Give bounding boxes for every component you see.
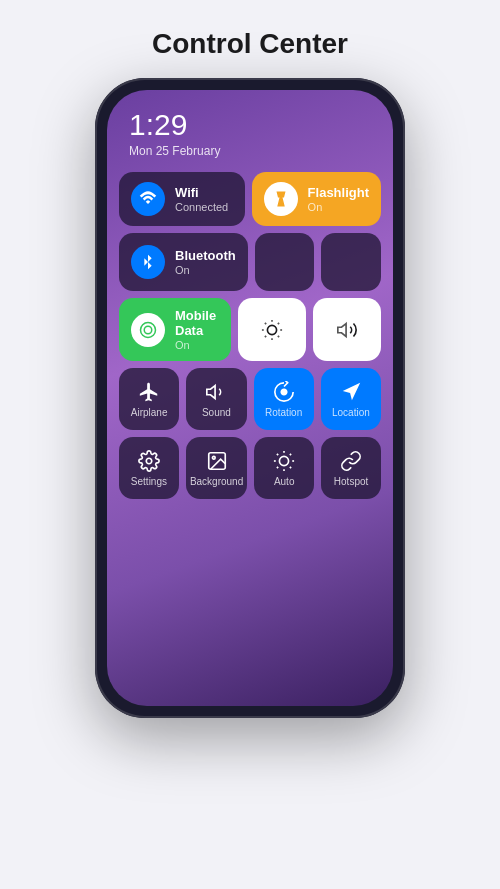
rotation-tile[interactable]: Rotation xyxy=(254,368,314,430)
svg-line-22 xyxy=(290,466,291,467)
volume-card[interactable] xyxy=(313,298,381,361)
svg-line-6 xyxy=(278,335,279,336)
settings-label: Settings xyxy=(131,476,167,487)
phone-screen: 1:29 Mon 25 February Wifi Conne xyxy=(107,90,393,706)
background-label: Background xyxy=(190,476,243,487)
settings-tile[interactable]: Settings xyxy=(119,437,179,499)
flashlight-card[interactable]: Flashlight On xyxy=(252,172,381,226)
auto-icon xyxy=(273,450,295,472)
svg-point-18 xyxy=(280,456,289,465)
page-title: Control Center xyxy=(152,28,348,60)
clock: 1:29 xyxy=(129,108,371,142)
auto-tile[interactable]: Auto xyxy=(254,437,314,499)
airplane-tile[interactable]: Airplane xyxy=(119,368,179,430)
bluetooth-card[interactable]: Bluetooth On xyxy=(119,233,248,291)
svg-line-25 xyxy=(277,466,278,467)
svg-point-17 xyxy=(212,456,215,459)
wifi-label: Wifi xyxy=(175,185,228,200)
row-1: Wifi Connected Flashlight On xyxy=(119,172,381,226)
svg-line-10 xyxy=(278,322,279,323)
svg-line-21 xyxy=(277,453,278,454)
row-2: Bluetooth On xyxy=(119,233,381,291)
hotspot-label: Hotspot xyxy=(334,476,368,487)
row-3: Mobile Data On xyxy=(119,298,381,361)
airplane-label: Airplane xyxy=(131,407,168,418)
flashlight-sublabel: On xyxy=(308,201,369,213)
control-grid: Wifi Connected Flashlight On xyxy=(107,164,393,706)
svg-line-9 xyxy=(265,335,266,336)
mobile-data-text: Mobile Data On xyxy=(175,308,219,351)
svg-marker-12 xyxy=(207,385,215,398)
svg-marker-14 xyxy=(343,382,360,399)
rotation-label: Rotation xyxy=(265,407,302,418)
background-icon xyxy=(206,450,228,472)
wifi-card[interactable]: Wifi Connected xyxy=(119,172,245,226)
svg-point-2 xyxy=(268,325,277,334)
location-tile[interactable]: Location xyxy=(321,368,381,430)
svg-point-0 xyxy=(144,326,152,334)
mobile-data-icon-circle xyxy=(131,313,165,347)
wifi-icon-circle xyxy=(131,182,165,216)
bluetooth-icon-circle xyxy=(131,245,165,279)
phone-device: 1:29 Mon 25 February Wifi Conne xyxy=(95,78,405,718)
sound-tile[interactable]: Sound xyxy=(186,368,246,430)
wifi-text: Wifi Connected xyxy=(175,185,228,213)
svg-line-26 xyxy=(290,453,291,454)
hotspot-tile[interactable]: Hotspot xyxy=(321,437,381,499)
airplane-icon xyxy=(138,381,160,403)
location-label: Location xyxy=(332,407,370,418)
mobile-data-label: Mobile Data xyxy=(175,308,219,338)
flashlight-icon-circle xyxy=(264,182,298,216)
empty-card-1[interactable] xyxy=(255,233,315,291)
svg-point-1 xyxy=(141,322,156,337)
svg-point-15 xyxy=(146,458,152,464)
mobile-data-sublabel: On xyxy=(175,339,219,351)
mobile-data-card[interactable]: Mobile Data On xyxy=(119,298,231,361)
date-display: Mon 25 February xyxy=(129,144,371,158)
bluetooth-label: Bluetooth xyxy=(175,248,236,263)
svg-point-13 xyxy=(281,389,287,395)
auto-label: Auto xyxy=(274,476,295,487)
status-bar: 1:29 Mon 25 February xyxy=(107,90,393,164)
settings-icon xyxy=(138,450,160,472)
wifi-sublabel: Connected xyxy=(175,201,228,213)
bluetooth-sublabel: On xyxy=(175,264,236,276)
row-5: Settings Background xyxy=(119,437,381,499)
sound-icon xyxy=(205,381,227,403)
svg-line-5 xyxy=(265,322,266,323)
rotation-icon xyxy=(273,381,295,403)
bluetooth-text: Bluetooth On xyxy=(175,248,236,276)
hotspot-icon xyxy=(340,450,362,472)
empty-card-2[interactable] xyxy=(321,233,381,291)
location-icon xyxy=(340,381,362,403)
brightness-card[interactable] xyxy=(238,298,306,361)
svg-marker-11 xyxy=(338,323,346,336)
flashlight-text: Flashlight On xyxy=(308,185,369,213)
sound-label: Sound xyxy=(202,407,231,418)
row-4: Airplane Sound Rotation xyxy=(119,368,381,430)
background-tile[interactable]: Background xyxy=(186,437,247,499)
flashlight-label: Flashlight xyxy=(308,185,369,200)
